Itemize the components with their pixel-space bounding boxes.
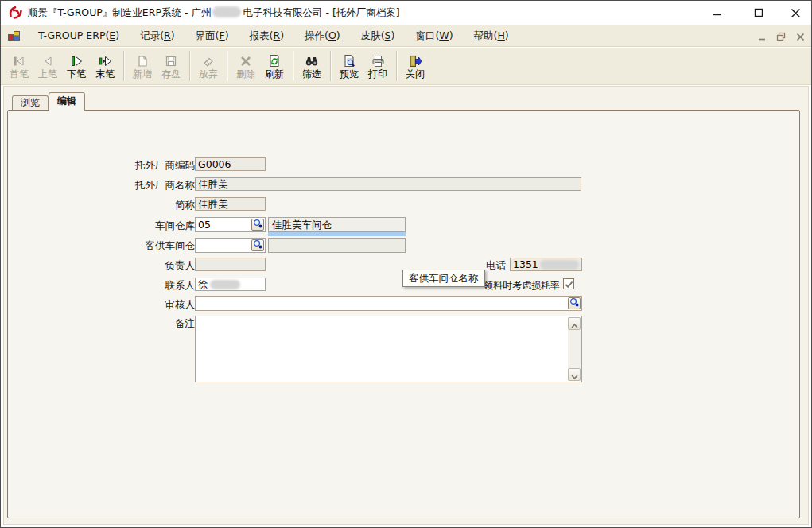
contact-field[interactable]: 徐	[195, 278, 266, 291]
menu-item-record[interactable]: 记录(R)	[130, 26, 185, 46]
tooltip: 客供车间仓名称	[402, 270, 485, 287]
menubar: T-GROUP ERP(E)记录(R)界面(F)报表(R)操作(O)皮肤(S)窗…	[1, 25, 811, 47]
menu-item-operation[interactable]: 操作(O)	[294, 26, 351, 46]
toolbar-button-label: 末笔	[95, 68, 115, 80]
window-minimize-button[interactable]	[699, 1, 736, 25]
mdi-window-controls	[756, 25, 806, 48]
toolbar-button-label: 放弃	[199, 68, 218, 80]
scroll-up-button[interactable]	[568, 317, 581, 330]
new-record-icon	[136, 53, 149, 68]
menu-item-skin[interactable]: 皮肤(S)	[351, 26, 406, 46]
workshop-warehouse-name-field: 佳胜美车间仓	[268, 217, 406, 232]
toolbar-button-label: 新增	[133, 68, 152, 80]
menu-item-tgroup-erp[interactable]: T-GROUP ERP(E)	[28, 26, 130, 46]
consider-loss-rate-checkbox[interactable]	[563, 278, 574, 289]
toolbar-button-label: 刷新	[265, 68, 284, 80]
first-record-icon	[12, 53, 26, 68]
auditor-lookup-button[interactable]	[568, 297, 581, 309]
customer-workshop-warehouse-lookup-button[interactable]	[251, 239, 264, 251]
vendor-name-field: 佳胜美	[195, 177, 581, 191]
close-form-icon	[408, 53, 422, 68]
toolbar-separator	[396, 51, 397, 81]
abandon-icon	[202, 53, 215, 68]
toolbar-separator	[330, 51, 331, 81]
tab-browse[interactable]: 浏览	[12, 95, 49, 110]
workshop-warehouse-lookup-button[interactable]	[251, 219, 264, 231]
redacted-contact-name	[210, 280, 240, 289]
scroll-down-button[interactable]	[568, 368, 581, 381]
auditor-label: 审核人	[76, 297, 195, 311]
manager-field	[195, 258, 266, 271]
redacted-company-name	[212, 6, 241, 17]
toolbar-button-delete: 删除	[231, 49, 260, 83]
chevron-up-icon	[571, 316, 578, 332]
preview-icon	[343, 53, 355, 68]
print-icon	[371, 53, 385, 68]
toolbar-button-label: 上笔	[38, 68, 57, 80]
menu-item-interface[interactable]: 界面(F)	[185, 26, 239, 46]
contact-label: 联系人	[76, 278, 195, 292]
short-name-label: 简称	[76, 198, 195, 212]
toolbar-button-label: 预览	[340, 68, 359, 80]
menu-item-window[interactable]: 窗口(W)	[405, 26, 463, 46]
workshop-warehouse-code-field[interactable]: 05	[195, 217, 266, 232]
focus-highlight-strip	[268, 232, 406, 236]
toolbar-button-print[interactable]: 打印	[363, 49, 392, 83]
toolbar-button-new: 新增	[128, 49, 157, 83]
toolbar-button-save: 存盘	[157, 49, 185, 83]
remarks-textarea[interactable]	[195, 316, 582, 382]
maximize-icon	[754, 8, 763, 17]
menu-item-help[interactable]: 帮助(H)	[464, 26, 519, 46]
mdi-close-button[interactable]	[794, 31, 806, 43]
tab-edit[interactable]: 编辑	[49, 92, 85, 111]
toolbar-separator	[123, 51, 124, 81]
prev-record-icon	[41, 53, 55, 68]
auditor-field[interactable]	[195, 296, 582, 311]
toolbar-button-refresh[interactable]: 刷新	[260, 49, 289, 83]
workshop-warehouse-label: 车间仓库	[76, 219, 195, 232]
toolbar-button-next-record[interactable]: 下笔	[62, 49, 91, 83]
toolbar-button-close[interactable]: 关闭	[401, 49, 429, 83]
mdi-app-icon	[7, 29, 21, 42]
customer-workshop-warehouse-name-field	[268, 238, 406, 253]
customer-workshop-warehouse-code-field[interactable]	[195, 238, 266, 253]
minimize-icon	[713, 8, 722, 17]
remarks-scrollbar[interactable]	[568, 317, 581, 381]
phone-field: 1351	[510, 258, 582, 271]
toolbar-button-label: 下笔	[67, 68, 86, 80]
chevron-down-icon	[571, 367, 578, 382]
mdi-minimize-button[interactable]	[756, 31, 768, 43]
toolbar-separator	[293, 51, 293, 81]
titlebar: 顺景『T-GROUP』制造业ERP系统 - 广州电子科技有限公司 - [托外厂商…	[1, 1, 811, 25]
manager-label: 负责人	[76, 258, 195, 272]
close-icon	[791, 8, 801, 18]
checkmark-icon	[565, 277, 573, 292]
toolbar-separator	[227, 51, 227, 81]
toolbar-button-filter[interactable]: 筛选	[297, 49, 326, 83]
vendor-code-label: 托外厂商编码	[76, 158, 195, 172]
lookup-magnifier-icon	[569, 297, 579, 309]
save-icon	[165, 53, 177, 68]
toolbar-button-label: 首笔	[10, 68, 29, 80]
filter-icon	[305, 53, 319, 68]
consider-loss-rate-label: 领料时考虑损耗率	[477, 279, 560, 293]
mdi-restore-button[interactable]	[775, 31, 787, 43]
redacted-phone-number	[540, 260, 579, 270]
menu-item-report[interactable]: 报表(R)	[239, 26, 294, 46]
window-close-button[interactable]	[777, 1, 812, 25]
toolbar-button-prev-record: 上笔	[33, 49, 62, 83]
toolbar-button-label: 删除	[236, 68, 255, 80]
window-title: 顺景『T-GROUP』制造业ERP系统 - 广州电子科技有限公司 - [托外厂商…	[28, 1, 400, 25]
toolbar-button-label: 存盘	[161, 68, 181, 80]
next-record-icon	[69, 53, 84, 68]
edit-tab-panel: 托外厂商编码 G0006 托外厂商名称 佳胜美 简称 佳胜美 车间仓库 05 佳…	[7, 110, 800, 518]
toolbar-button-preview[interactable]: 预览	[335, 49, 363, 83]
window-maximize-button[interactable]	[740, 1, 777, 25]
remarks-label: 备注	[76, 316, 195, 330]
toolbar-button-first-record: 首笔	[5, 49, 33, 83]
toolbar-button-abandon: 放弃	[194, 49, 223, 83]
toolbar-button-last-record[interactable]: 末笔	[91, 49, 119, 83]
toolbar-button-label: 关闭	[406, 68, 425, 80]
toolbar-separator	[189, 51, 190, 81]
last-record-icon	[98, 53, 112, 68]
